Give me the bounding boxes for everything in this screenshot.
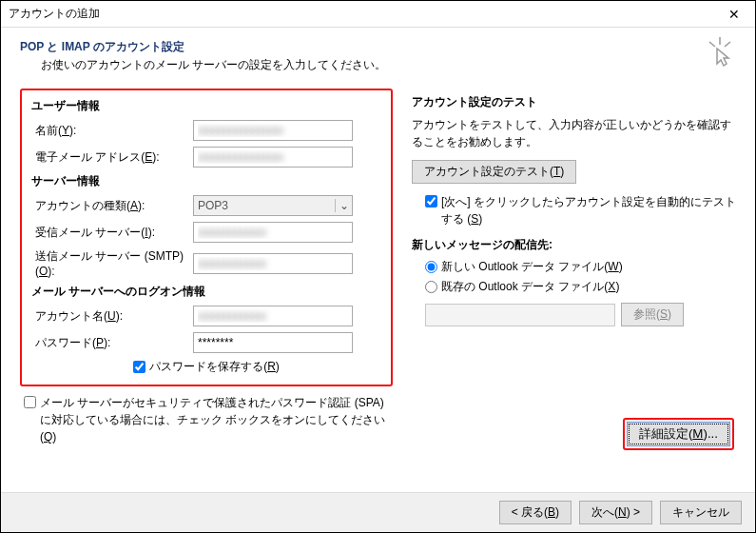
svg-line-1: [709, 42, 715, 47]
section-user-info: ユーザー情報: [31, 98, 381, 114]
outgoing-label: 送信メール サーバー (SMTP)(O):: [31, 248, 193, 278]
pst-path-input: [425, 304, 615, 326]
new-pst-label: 新しい Outlook データ ファイル(W): [441, 259, 623, 275]
account-name-input[interactable]: [193, 306, 353, 326]
password-input[interactable]: [193, 332, 353, 353]
save-password-label: パスワードを保存する(R): [149, 359, 280, 375]
deliver-heading: 新しいメッセージの配信先:: [412, 237, 736, 253]
svg-line-2: [725, 42, 730, 47]
chevron-down-icon: ⌄: [335, 199, 352, 212]
test-settings-button[interactable]: アカウント設定のテスト(T): [412, 160, 576, 184]
highlight-left: ユーザー情報 名前(Y): 電子メール アドレス(E): サーバー情報 アカウン…: [20, 89, 393, 386]
titlebar: アカウントの追加 ✕: [1, 1, 755, 28]
password-label: パスワード(P):: [31, 335, 193, 351]
outgoing-server-input[interactable]: [193, 253, 353, 274]
section-server-info: サーバー情報: [31, 173, 381, 189]
account-type-label: アカウントの種類(A):: [31, 198, 193, 214]
test-desc: アカウントをテストして、入力内容が正しいかどうかを確認することをお勧めします。: [412, 116, 736, 150]
header-sub: お使いのアカウントのメール サーバーの設定を入力してください。: [20, 57, 736, 73]
spa-checkbox[interactable]: [24, 396, 36, 408]
existing-pst-label: 既存の Outlook データ ファイル(X): [441, 279, 619, 295]
browse-button: 参照(S): [621, 303, 684, 326]
name-input[interactable]: [193, 120, 353, 141]
cancel-button[interactable]: キャンセル: [660, 501, 742, 524]
next-button[interactable]: 次へ(N) >: [579, 501, 652, 524]
account-name-label: アカウント名(U):: [31, 308, 193, 325]
footer: < 戻る(B) 次へ(N) > キャンセル: [1, 492, 755, 532]
existing-pst-radio[interactable]: [425, 281, 437, 293]
account-type-select[interactable]: POP3 ⌄: [193, 195, 353, 216]
incoming-label: 受信メール サーバー(I):: [31, 225, 193, 241]
add-account-dialog: アカウントの追加 ✕ POP と IMAP のアカウント設定 お使いのアカウント…: [0, 0, 756, 533]
test-heading: アカウント設定のテスト: [412, 94, 736, 110]
cursor-icon: [706, 37, 734, 76]
email-input[interactable]: [193, 147, 353, 168]
spa-label: メール サーバーがセキュリティで保護されたパスワード認証 (SPA) に対応して…: [40, 394, 393, 445]
new-pst-radio[interactable]: [425, 261, 437, 273]
more-settings-button[interactable]: 詳細設定(M)...: [627, 422, 730, 446]
header: POP と IMAP のアカウント設定 お使いのアカウントのメール サーバーの設…: [1, 28, 755, 81]
name-label: 名前(Y):: [31, 123, 193, 139]
autotest-checkbox[interactable]: [425, 195, 437, 207]
back-button[interactable]: < 戻る(B): [499, 501, 572, 524]
highlight-more: 詳細設定(M)...: [623, 418, 734, 450]
autotest-label: [次へ] をクリックしたらアカウント設定を自動的にテストする (S): [441, 193, 736, 227]
incoming-server-input[interactable]: [193, 222, 353, 243]
section-logon-info: メール サーバーへのログオン情報: [31, 284, 381, 300]
save-password-checkbox[interactable]: [133, 361, 145, 373]
header-heading: POP と IMAP のアカウント設定: [20, 39, 736, 55]
email-label: 電子メール アドレス(E):: [31, 149, 193, 166]
window-title: アカウントの追加: [9, 6, 721, 22]
close-button[interactable]: ✕: [721, 7, 747, 22]
